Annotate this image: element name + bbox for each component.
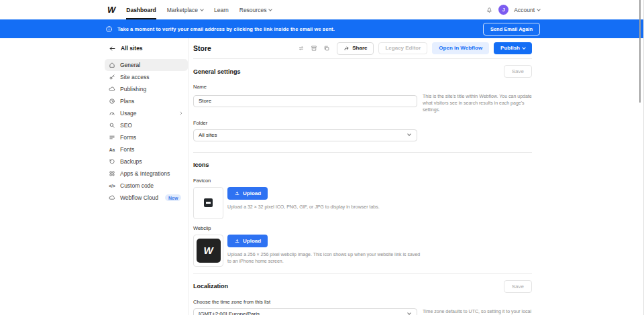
search-icon xyxy=(109,122,115,129)
upload-icon xyxy=(234,190,240,196)
main-content: Store xyxy=(193,38,532,315)
timezone-select[interactable]: [GMT+2:00] Europe/Paris xyxy=(193,308,417,315)
archive-site-icon[interactable] xyxy=(311,45,317,52)
divider xyxy=(193,273,532,274)
chevron-down-icon xyxy=(200,7,204,11)
sidebar-item-label: Apps & Integrations xyxy=(120,170,170,177)
general-save-button[interactable]: Save xyxy=(504,65,532,78)
timezone-row: [GMT+2:00] Europe/Paris Detect my time z… xyxy=(193,308,532,315)
info-icon xyxy=(105,25,113,33)
webclip-label: Webclip xyxy=(193,225,532,231)
sidebar-item-site-access[interactable]: Site access xyxy=(105,71,188,83)
new-badge: New xyxy=(165,194,181,201)
site-actions: Share Legacy Editor Open in Webflow Publ… xyxy=(298,42,532,55)
timezone-select-value: [GMT+2:00] Europe/Paris xyxy=(199,311,260,315)
duplicate-site-icon[interactable] xyxy=(323,45,330,52)
sidebar-item-plans[interactable]: Plans xyxy=(105,95,188,107)
upload-icon xyxy=(234,238,240,244)
nav-tab-resources[interactable]: Resources xyxy=(239,0,272,19)
sidebar-item-label: Site access xyxy=(120,74,149,80)
nav-tab-resources-label: Resources xyxy=(239,7,267,13)
nav-tab-learn[interactable]: Learn xyxy=(214,0,229,19)
sidebar-item-label: Forms xyxy=(120,134,136,141)
home-icon xyxy=(109,62,115,68)
name-field-row: This is the site's title within Webflow.… xyxy=(193,93,532,114)
sidebar-item-label: Plans xyxy=(120,98,134,105)
key-icon xyxy=(109,74,115,80)
cloud-icon xyxy=(109,194,115,201)
sidebar-item-general[interactable]: General xyxy=(105,59,188,71)
webflow-site-settings-page: W Dashboard Marketplace Learn Resources … xyxy=(0,0,644,315)
plans-icon xyxy=(109,98,115,105)
favicon-upload-button[interactable]: Upload xyxy=(227,187,268,200)
scrollbar-thumb[interactable] xyxy=(639,0,641,103)
sidebar-item-fonts[interactable]: Aa Fonts xyxy=(105,143,188,155)
timezone-help-text: Time zone defaults to UTC, so setting it… xyxy=(423,308,532,315)
send-email-again-button[interactable]: Send Email Again xyxy=(483,23,540,36)
apps-grid-icon xyxy=(109,170,115,177)
localization-save-button[interactable]: Save xyxy=(504,280,532,293)
cloud-upload-icon xyxy=(109,86,115,92)
webclip-preview: W xyxy=(193,235,223,267)
settings-sidebar: All sites General Site access xyxy=(105,38,188,204)
chevron-down-icon xyxy=(537,7,541,11)
site-name-input[interactable] xyxy=(193,95,417,107)
publish-button-label: Publish xyxy=(500,46,520,51)
transfer-site-icon[interactable] xyxy=(298,45,305,52)
sidebar-item-seo[interactable]: SEO xyxy=(105,119,188,131)
legacy-editor-button[interactable]: Legacy Editor xyxy=(378,42,427,54)
divider xyxy=(193,152,532,153)
fonts-icon: Aa xyxy=(109,147,115,152)
webflow-logo[interactable]: W xyxy=(107,5,115,15)
nav-tab-dashboard[interactable]: Dashboard xyxy=(126,0,156,19)
open-in-webflow-button[interactable]: Open in Webflow xyxy=(432,42,489,54)
page-title: Store xyxy=(193,44,211,52)
email-verification-banner: Take a moment to verify your email addre… xyxy=(0,19,644,38)
sidebar-item-publishing[interactable]: Publishing xyxy=(105,83,188,95)
sidebar-item-webflow-cloud[interactable]: Webflow Cloud New xyxy=(105,192,188,204)
upload-button-label: Upload xyxy=(243,190,261,196)
back-to-all-sites[interactable]: All sites xyxy=(109,40,188,57)
sidebar-item-label: Custom code xyxy=(120,182,154,189)
sidebar-item-custom-code[interactable]: </> Custom code xyxy=(105,180,188,192)
nav-tab-marketplace[interactable]: Marketplace xyxy=(167,0,203,19)
webclip-help-text: Upload a 256 × 256 pixel webclip image. … xyxy=(227,251,422,265)
sidebar-item-label: SEO xyxy=(120,122,132,129)
sidebar-item-usage[interactable]: Usage xyxy=(105,107,188,119)
sidebar-item-forms[interactable]: Forms xyxy=(105,131,188,143)
favicon-preview xyxy=(193,187,223,219)
chevron-down-icon xyxy=(522,46,526,50)
publish-button[interactable]: Publish xyxy=(494,42,532,54)
sidebar-item-label: Publishing xyxy=(120,86,146,92)
code-icon: </> xyxy=(109,184,115,188)
share-button-label: Share xyxy=(352,46,367,51)
name-field-label: Name xyxy=(193,84,532,90)
account-menu[interactable]: Account xyxy=(514,0,540,19)
localization-header: Localization Save xyxy=(193,280,532,293)
favicon-image xyxy=(204,198,213,207)
top-navigation: W Dashboard Marketplace Learn Resources … xyxy=(0,0,644,19)
sidebar-item-label: Backups xyxy=(120,158,142,165)
site-quick-actions xyxy=(298,45,330,52)
general-settings-header: General settings Save xyxy=(193,65,532,78)
favicon-help-text: Upload a 32 × 32 pixel ICO, PNG, GIF, or… xyxy=(227,204,422,210)
section-title-general: General settings xyxy=(193,68,241,75)
favicon-label: Favicon xyxy=(193,178,532,184)
webclip-upload-button[interactable]: Upload xyxy=(227,235,268,247)
user-avatar[interactable]: J xyxy=(498,5,508,15)
sidebar-item-label: Fonts xyxy=(120,146,134,153)
webclip-image: W xyxy=(197,239,221,263)
notification-bell-icon[interactable] xyxy=(486,6,493,13)
sidebar-item-backups[interactable]: Backups xyxy=(105,155,188,168)
site-header: Store xyxy=(193,40,532,56)
account-menu-label: Account xyxy=(514,7,535,13)
arrow-left-icon xyxy=(109,45,116,52)
sidebar-item-apps-integrations[interactable]: Apps & Integrations xyxy=(105,168,188,180)
gauge-icon xyxy=(109,110,115,117)
folder-select[interactable]: All sites xyxy=(193,129,417,141)
sidebar-item-label: General xyxy=(120,62,140,68)
chevron-right-icon xyxy=(178,111,184,116)
share-button[interactable]: Share xyxy=(337,42,374,55)
restore-clock-icon xyxy=(109,158,115,165)
name-help-text: This is the site's title within Webflow.… xyxy=(423,93,532,114)
